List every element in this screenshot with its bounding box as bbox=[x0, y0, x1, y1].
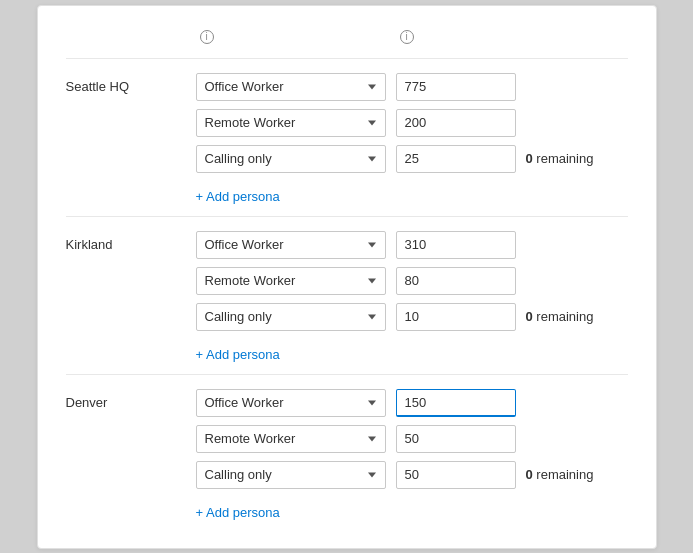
persona-select-wrapper-calling-only-2: Office WorkerRemote WorkerCalling only bbox=[196, 303, 386, 331]
user-count-input-calling-only-3[interactable] bbox=[396, 461, 516, 489]
persona-row-office-worker-3: Office WorkerRemote WorkerCalling only bbox=[196, 389, 628, 417]
persona-select-calling-only-3[interactable]: Office WorkerRemote WorkerCalling only bbox=[196, 461, 386, 489]
persona-select-wrapper-calling-only-3: Office WorkerRemote WorkerCalling only bbox=[196, 461, 386, 489]
add-persona-btn-denver[interactable]: + Add persona bbox=[196, 501, 628, 524]
main-card: i i Seattle HQOffice WorkerRemote Worker… bbox=[37, 5, 657, 549]
persona-rows-denver: Office WorkerRemote WorkerCalling onlyOf… bbox=[196, 389, 628, 524]
persona-select-remote-worker-3[interactable]: Office WorkerRemote WorkerCalling only bbox=[196, 425, 386, 453]
site-row-denver: DenverOffice WorkerRemote WorkerCalling … bbox=[66, 389, 628, 524]
persona-row-calling-only-3: Office WorkerRemote WorkerCalling only0 … bbox=[196, 461, 628, 489]
persona-row-calling-only-1: Office WorkerRemote WorkerCalling only0 … bbox=[196, 145, 628, 173]
persona-row-office-worker-1: Office WorkerRemote WorkerCalling only bbox=[196, 73, 628, 101]
persona-row-office-worker-2: Office WorkerRemote WorkerCalling only bbox=[196, 231, 628, 259]
persona-select-wrapper-remote-worker-2: Office WorkerRemote WorkerCalling only bbox=[196, 267, 386, 295]
persona-row-remote-worker-2: Office WorkerRemote WorkerCalling only bbox=[196, 267, 628, 295]
col-header-usercount: i bbox=[396, 30, 628, 44]
persona-row-calling-only-2: Office WorkerRemote WorkerCalling only0 … bbox=[196, 303, 628, 331]
persona-select-remote-worker-1[interactable]: Office WorkerRemote WorkerCalling only bbox=[196, 109, 386, 137]
user-count-input-office-worker-1[interactable] bbox=[396, 73, 516, 101]
user-count-input-office-worker-2[interactable] bbox=[396, 231, 516, 259]
site-name-denver: Denver bbox=[66, 389, 196, 410]
persona-select-wrapper-remote-worker-3: Office WorkerRemote WorkerCalling only bbox=[196, 425, 386, 453]
persona-select-office-worker-1[interactable]: Office WorkerRemote WorkerCalling only bbox=[196, 73, 386, 101]
user-count-input-calling-only-2[interactable] bbox=[396, 303, 516, 331]
site-row-seattle-hq: Seattle HQOffice WorkerRemote WorkerCall… bbox=[66, 73, 628, 208]
remaining-text-calling-only-1: 0 remaining bbox=[526, 151, 594, 166]
persona-select-office-worker-2[interactable]: Office WorkerRemote WorkerCalling only bbox=[196, 231, 386, 259]
persona-info-icon[interactable]: i bbox=[200, 30, 214, 44]
site-row-kirkland: KirklandOffice WorkerRemote WorkerCallin… bbox=[66, 231, 628, 366]
persona-rows-kirkland: Office WorkerRemote WorkerCalling onlyOf… bbox=[196, 231, 628, 366]
usercount-info-icon[interactable]: i bbox=[400, 30, 414, 44]
table-header: i i bbox=[66, 30, 628, 54]
site-name-kirkland: Kirkland bbox=[66, 231, 196, 252]
persona-select-wrapper-office-worker-2: Office WorkerRemote WorkerCalling only bbox=[196, 231, 386, 259]
persona-select-wrapper-office-worker-3: Office WorkerRemote WorkerCalling only bbox=[196, 389, 386, 417]
persona-select-office-worker-3[interactable]: Office WorkerRemote WorkerCalling only bbox=[196, 389, 386, 417]
user-count-input-remote-worker-3[interactable] bbox=[396, 425, 516, 453]
persona-row-remote-worker-3: Office WorkerRemote WorkerCalling only bbox=[196, 425, 628, 453]
remaining-text-calling-only-2: 0 remaining bbox=[526, 309, 594, 324]
user-count-input-remote-worker-2[interactable] bbox=[396, 267, 516, 295]
add-persona-btn-kirkland[interactable]: + Add persona bbox=[196, 343, 628, 366]
site-name-seattle-hq: Seattle HQ bbox=[66, 73, 196, 94]
persona-select-calling-only-2[interactable]: Office WorkerRemote WorkerCalling only bbox=[196, 303, 386, 331]
col-header-persona: i bbox=[196, 30, 396, 44]
user-count-input-office-worker-3[interactable] bbox=[396, 389, 516, 417]
persona-select-wrapper-calling-only-1: Office WorkerRemote WorkerCalling only bbox=[196, 145, 386, 173]
site-section-kirkland: KirklandOffice WorkerRemote WorkerCallin… bbox=[66, 216, 628, 374]
persona-select-remote-worker-2[interactable]: Office WorkerRemote WorkerCalling only bbox=[196, 267, 386, 295]
persona-row-remote-worker-1: Office WorkerRemote WorkerCalling only bbox=[196, 109, 628, 137]
persona-rows-seattle-hq: Office WorkerRemote WorkerCalling onlyOf… bbox=[196, 73, 628, 208]
remaining-text-calling-only-3: 0 remaining bbox=[526, 467, 594, 482]
user-count-input-calling-only-1[interactable] bbox=[396, 145, 516, 173]
persona-select-calling-only-1[interactable]: Office WorkerRemote WorkerCalling only bbox=[196, 145, 386, 173]
site-section-denver: DenverOffice WorkerRemote WorkerCalling … bbox=[66, 374, 628, 532]
persona-select-wrapper-office-worker-1: Office WorkerRemote WorkerCalling only bbox=[196, 73, 386, 101]
persona-select-wrapper-remote-worker-1: Office WorkerRemote WorkerCalling only bbox=[196, 109, 386, 137]
sites-container: Seattle HQOffice WorkerRemote WorkerCall… bbox=[66, 58, 628, 532]
user-count-input-remote-worker-1[interactable] bbox=[396, 109, 516, 137]
site-section-seattle-hq: Seattle HQOffice WorkerRemote WorkerCall… bbox=[66, 58, 628, 216]
add-persona-btn-seattle-hq[interactable]: + Add persona bbox=[196, 185, 628, 208]
